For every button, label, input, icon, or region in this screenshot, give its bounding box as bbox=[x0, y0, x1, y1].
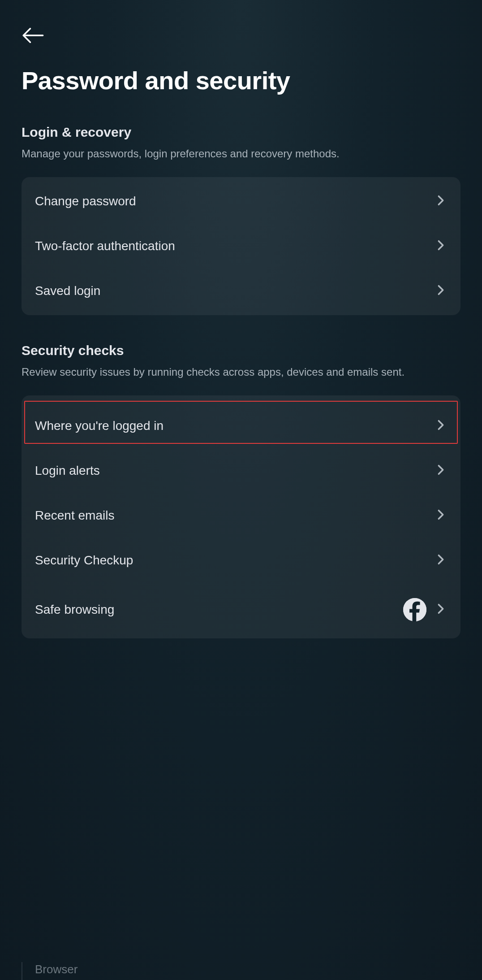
item-label: Security Checkup bbox=[35, 553, 133, 568]
item-two-factor-authentication[interactable]: Two-factor authentication bbox=[22, 224, 460, 269]
section-security-checks: Security checks Review security issues b… bbox=[22, 343, 460, 638]
chevron-right-icon bbox=[435, 284, 447, 298]
item-security-checkup[interactable]: Security Checkup bbox=[22, 538, 460, 583]
section-title-login-recovery: Login & recovery bbox=[22, 125, 460, 140]
item-label: Where you're logged in bbox=[35, 419, 164, 433]
chevron-right-icon bbox=[435, 464, 447, 478]
chevron-right-icon bbox=[435, 419, 447, 433]
item-login-alerts[interactable]: Login alerts bbox=[22, 448, 460, 493]
item-where-youre-logged-in[interactable]: Where you're logged in bbox=[24, 401, 458, 444]
chevron-right-icon bbox=[435, 194, 447, 208]
tree-line bbox=[22, 962, 22, 980]
page-title: Password and security bbox=[22, 66, 460, 95]
item-saved-login[interactable]: Saved login bbox=[22, 269, 460, 315]
item-recent-emails[interactable]: Recent emails bbox=[22, 493, 460, 538]
section-login-recovery: Login & recovery Manage your passwords, … bbox=[22, 125, 460, 315]
arrow-left-icon bbox=[22, 27, 45, 45]
card-security-checks: Where you're logged in Login alerts Rece… bbox=[22, 395, 460, 638]
section-title-security-checks: Security checks bbox=[22, 343, 460, 358]
cutoff-text: Browser bbox=[35, 963, 77, 976]
item-label: Saved login bbox=[35, 284, 100, 298]
section-subtitle-security-checks: Review security issues by running checks… bbox=[22, 364, 460, 380]
chevron-right-icon bbox=[435, 239, 447, 253]
item-label: Login alerts bbox=[35, 464, 100, 478]
card-login-recovery: Change password Two-factor authenticatio… bbox=[22, 177, 460, 315]
item-label: Recent emails bbox=[35, 508, 114, 523]
facebook-icon bbox=[403, 598, 426, 621]
item-change-password[interactable]: Change password bbox=[22, 177, 460, 224]
item-label: Change password bbox=[35, 194, 136, 208]
item-label: Two-factor authentication bbox=[35, 239, 175, 253]
chevron-right-icon bbox=[435, 553, 447, 568]
chevron-right-icon bbox=[435, 508, 447, 523]
section-subtitle-login-recovery: Manage your passwords, login preferences… bbox=[22, 146, 460, 162]
back-button[interactable] bbox=[22, 25, 45, 48]
item-label: Safe browsing bbox=[35, 603, 114, 617]
item-safe-browsing[interactable]: Safe browsing bbox=[22, 583, 460, 638]
chevron-right-icon bbox=[435, 603, 447, 617]
